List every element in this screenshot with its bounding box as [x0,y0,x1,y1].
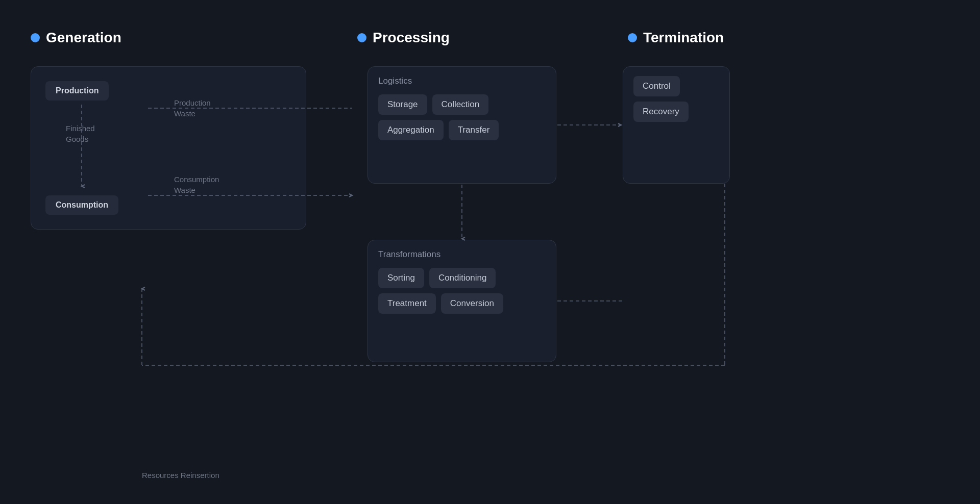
logistics-box: Logistics Storage Collection Aggregation… [368,66,556,184]
termination-row-1: Control [633,76,719,96]
generation-dot [31,33,40,42]
termination-dot [628,33,637,42]
production-chip: Production [45,81,109,100]
diagram-canvas: Production FinishedGoods Consumption Pro… [31,66,949,473]
finished-goods-label: FinishedGoods [66,123,95,144]
conversion-chip: Conversion [441,293,503,314]
transfer-chip: Transfer [449,120,499,140]
sorting-chip: Sorting [378,268,424,288]
transformations-chips: Sorting Conditioning Treatment Conversio… [378,268,546,314]
aggregation-chip: Aggregation [378,120,444,140]
logistics-title: Logistics [378,76,546,86]
termination-box: Control Recovery [623,66,730,184]
generation-box: Production FinishedGoods Consumption Pro… [31,66,306,230]
consumption-chip: Consumption [45,195,118,215]
processing-label: Processing [373,30,450,46]
consumption-waste-label: ConsumptionWaste [174,174,219,195]
production-node: Production [45,81,109,100]
termination-chips: Control Recovery [633,76,719,122]
transformations-box: Transformations Sorting Conditioning Tre… [368,240,556,362]
phase-termination: Termination [628,30,724,46]
logistics-row-2: Aggregation Transfer [378,120,546,140]
transformations-title: Transformations [378,249,546,260]
production-waste-label: ProductionWaste [174,97,211,119]
termination-label: Termination [643,30,724,46]
generation-label: Generation [46,30,121,46]
recovery-chip: Recovery [633,102,689,122]
storage-chip: Storage [378,94,427,115]
transformations-row-1: Sorting Conditioning [378,268,546,288]
phase-generation: Generation [31,30,121,46]
logistics-chips: Storage Collection Aggregation Transfer [378,94,546,140]
processing-dot [357,33,366,42]
treatment-chip: Treatment [378,293,436,314]
control-chip: Control [633,76,680,96]
termination-row-2: Recovery [633,102,719,122]
collection-chip: Collection [432,94,489,115]
transformations-row-2: Treatment Conversion [378,293,546,314]
consumption-node: Consumption [45,195,118,215]
resources-reinsertion-label: Resources Reinsertion [142,471,219,480]
conditioning-chip: Conditioning [429,268,496,288]
phase-processing: Processing [357,30,450,46]
logistics-row-1: Storage Collection [378,94,546,115]
